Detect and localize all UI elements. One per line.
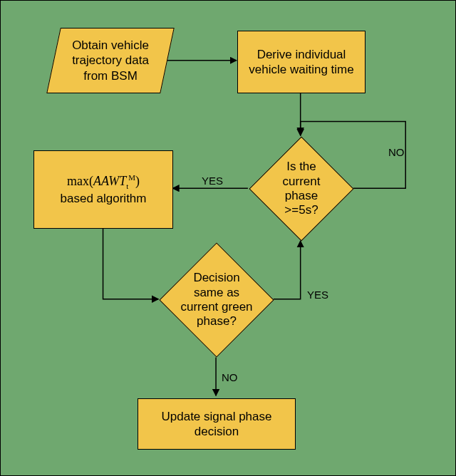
node-algo: max(AAWTtM) based algorithm <box>33 150 173 229</box>
node-phase5s-text: Is the current phase >=5s? <box>264 152 338 226</box>
node-input-text: Obtain vehicle trajectory data from BSM <box>60 38 161 83</box>
flowchart-canvas: Obtain vehicle trajectory data from BSM … <box>0 0 456 476</box>
node-update-text: Update signal phase decision <box>144 409 289 440</box>
node-phase5s: Is the current phase >=5s? <box>264 152 338 226</box>
node-derive-text: Derive individual vehicle waiting time <box>244 47 359 78</box>
node-derive: Derive individual vehicle waiting time <box>237 31 366 93</box>
label-yes-1: YES <box>202 175 223 187</box>
label-no-2: NO <box>222 371 238 383</box>
node-decision-same-text: Decision same as current green phase? <box>176 259 257 341</box>
node-input: Obtain vehicle trajectory data from BSM <box>46 28 175 93</box>
node-algo-text: max(AAWTtM) based algorithm <box>61 173 147 207</box>
node-update: Update signal phase decision <box>138 398 296 450</box>
label-yes-2: YES <box>307 289 328 301</box>
node-decision-same: Decision same as current green phase? <box>176 259 257 341</box>
label-no-1: NO <box>388 146 405 158</box>
